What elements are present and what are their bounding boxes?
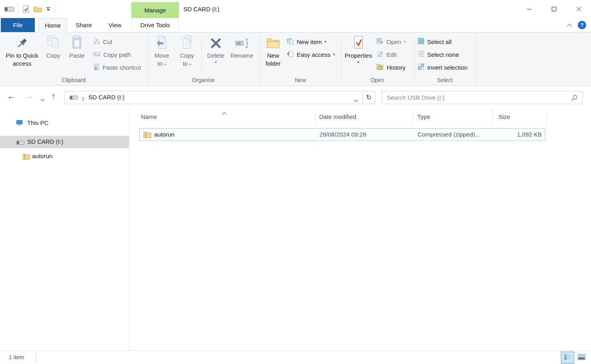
collapse-ribbon-icon[interactable] bbox=[563, 24, 575, 27]
sort-ascending-icon[interactable] bbox=[222, 109, 227, 117]
thumbnail-view-icon bbox=[578, 354, 585, 362]
easy-access-button[interactable]: Easy access ▾ bbox=[287, 50, 335, 59]
tab-manage[interactable]: Manage bbox=[131, 2, 179, 18]
column-header-size[interactable]: Size bbox=[499, 113, 510, 120]
window-title: SD CARD (I:) bbox=[183, 6, 219, 12]
drive-icon bbox=[69, 95, 78, 102]
tab-home[interactable]: Home bbox=[38, 18, 67, 32]
refresh-button[interactable]: ↻ bbox=[362, 91, 375, 104]
chevron-down-icon: ▾ bbox=[189, 62, 191, 66]
history-icon bbox=[376, 63, 384, 71]
address-bar[interactable]: SD CARD (I:) bbox=[64, 91, 363, 104]
file-row-autorun[interactable]: autorun 28/08/2024 09:28 Compressed (zip… bbox=[139, 128, 545, 141]
column-separator[interactable] bbox=[413, 110, 413, 124]
column-separator[interactable] bbox=[492, 110, 493, 124]
chevron-down-icon: ▾ bbox=[404, 40, 406, 44]
refresh-icon: ↻ bbox=[366, 93, 372, 102]
file-date-modified: 28/08/2024 09:28 bbox=[320, 131, 366, 138]
easy-access-icon bbox=[287, 50, 294, 59]
new-item-button[interactable]: New item ▾ bbox=[287, 37, 326, 46]
copy-button[interactable]: Copy bbox=[42, 34, 64, 77]
group-label-open: Open bbox=[341, 77, 414, 83]
minimize-button[interactable] bbox=[517, 0, 541, 18]
column-header-name[interactable]: Name bbox=[141, 113, 157, 120]
rename-button[interactable]: Rename bbox=[229, 34, 255, 77]
copy-path-icon bbox=[93, 51, 101, 58]
select-none-icon bbox=[418, 50, 424, 58]
breadcrumb-location[interactable]: SD CARD (I:) bbox=[88, 94, 125, 101]
maximize-button[interactable] bbox=[541, 0, 566, 18]
tab-drive-tools[interactable]: Drive Tools bbox=[131, 18, 179, 32]
sidebar-item-autorun[interactable]: autorun bbox=[0, 151, 129, 163]
quick-access-toolbar bbox=[4, 0, 58, 18]
manage-label: Manage bbox=[144, 7, 166, 14]
paste-button[interactable]: Paste bbox=[65, 34, 88, 77]
file-list: Name Date modified Type Size autorun 28/… bbox=[130, 108, 591, 350]
forward-icon[interactable]: → bbox=[25, 92, 33, 100]
button-separator bbox=[201, 36, 202, 75]
column-separator[interactable] bbox=[315, 110, 315, 124]
invert-selection-button[interactable]: Invert selection bbox=[418, 62, 468, 72]
sidebar-item-sd-card[interactable]: SD CARD (I:) bbox=[0, 136, 129, 148]
navigation-pane: This PC SD CARD (I:) autorun bbox=[0, 108, 129, 350]
cut-button[interactable]: Cut bbox=[93, 37, 112, 46]
explorer-window: Manage SD CARD (I:) File Home Share View… bbox=[0, 0, 591, 364]
paste-shortcut-button[interactable]: Paste shortcut bbox=[93, 62, 141, 72]
copy-path-button[interactable]: Copy path bbox=[93, 50, 131, 59]
properties-button[interactable]: Properties ▾ bbox=[344, 34, 373, 77]
back-icon[interactable]: ← bbox=[7, 92, 16, 100]
copy-to-button[interactable]: Copy to ▾ bbox=[175, 34, 199, 77]
qat-customize-icon[interactable] bbox=[46, 7, 51, 12]
address-dropdown-chevron-icon[interactable] bbox=[354, 97, 358, 104]
chevron-down-icon: ▾ bbox=[325, 40, 327, 44]
open-icon bbox=[376, 38, 384, 46]
search-box[interactable] bbox=[382, 91, 583, 104]
file-name: autorun bbox=[154, 131, 175, 138]
edit-button[interactable]: Edit bbox=[376, 50, 397, 59]
select-none-button[interactable]: Select none bbox=[418, 50, 459, 59]
qat-separator bbox=[18, 4, 18, 14]
delete-button[interactable]: Delete ▾ bbox=[204, 34, 227, 77]
new-folder-button[interactable]: New folder bbox=[261, 34, 285, 77]
chevron-down-icon: ▾ bbox=[358, 60, 360, 64]
ribbon: Pin to Quick access Copy Paste Cut Copy … bbox=[0, 32, 591, 86]
select-all-icon bbox=[418, 38, 424, 46]
window-controls bbox=[517, 0, 591, 18]
select-all-button[interactable]: Select all bbox=[418, 37, 452, 46]
close-button[interactable] bbox=[566, 0, 591, 18]
search-icon[interactable] bbox=[571, 95, 578, 103]
open-button[interactable]: Open ▾ bbox=[376, 37, 406, 46]
group-label-clipboard: Clipboard bbox=[0, 77, 147, 83]
scissors-icon bbox=[93, 38, 100, 46]
invert-selection-icon bbox=[418, 63, 424, 71]
tab-share[interactable]: Share bbox=[67, 18, 100, 32]
item-count: 1 item bbox=[9, 354, 24, 360]
drive-app-icon bbox=[4, 6, 14, 12]
up-icon[interactable]: ↑ bbox=[51, 92, 56, 100]
recent-locations-chevron-icon[interactable] bbox=[40, 96, 45, 103]
chevron-down-icon: ▾ bbox=[215, 60, 217, 64]
sidebar-item-this-pc[interactable]: This PC bbox=[0, 117, 129, 129]
titlebar: Manage SD CARD (I:) bbox=[0, 0, 591, 18]
help-icon[interactable]: ? bbox=[578, 21, 586, 29]
rename-icon bbox=[235, 34, 249, 50]
move-to-button[interactable]: Move to ▾ bbox=[151, 34, 173, 77]
details-view-button[interactable] bbox=[561, 352, 574, 364]
tab-view[interactable]: View bbox=[100, 18, 130, 32]
column-separator[interactable] bbox=[547, 110, 547, 124]
file-size: 1,092 KB bbox=[486, 131, 542, 138]
pushpin-icon bbox=[16, 34, 28, 50]
new-folder-icon bbox=[266, 34, 280, 50]
history-button[interactable]: History bbox=[376, 62, 406, 72]
tab-file[interactable]: File bbox=[1, 18, 35, 32]
copy-to-icon bbox=[180, 34, 194, 50]
qat-properties-icon[interactable] bbox=[22, 5, 30, 14]
column-header-type[interactable]: Type bbox=[417, 113, 430, 120]
qat-new-folder-icon[interactable] bbox=[34, 6, 42, 12]
pin-to-quick-access-button[interactable]: Pin to Quick access bbox=[3, 34, 41, 77]
search-input[interactable] bbox=[387, 91, 563, 104]
thumbnail-view-button[interactable] bbox=[575, 352, 588, 364]
column-header-date-modified[interactable]: Date modified bbox=[319, 113, 356, 120]
navigation-bar: ← → ↑ SD CARD (I:) ↻ bbox=[0, 86, 591, 108]
breadcrumb-chevron-icon[interactable] bbox=[82, 96, 84, 103]
